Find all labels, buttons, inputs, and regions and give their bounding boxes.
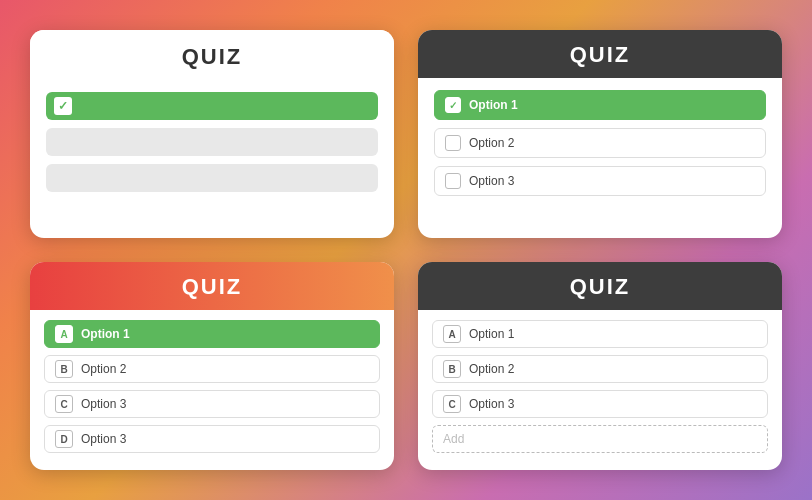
letter-badge-b: B xyxy=(55,360,73,378)
letter-badge-c2: C xyxy=(443,395,461,413)
card3-option-2[interactable]: B Option 2 xyxy=(44,355,380,383)
checkbox-unchecked-icon-2 xyxy=(445,173,461,189)
letter-badge-a2: A xyxy=(443,325,461,343)
quiz-card-2: QUIZ ✓ Option 1 Option 2 Option 3 xyxy=(418,30,782,238)
card4-header: QUIZ xyxy=(418,262,782,310)
checkbox-checked-icon: ✓ xyxy=(445,97,461,113)
letter-badge-c: C xyxy=(55,395,73,413)
card4-title: QUIZ xyxy=(434,274,766,300)
card4-add-row[interactable]: Add xyxy=(432,425,768,453)
card4-add-label: Add xyxy=(443,432,464,446)
letter-badge-a: A xyxy=(55,325,73,343)
card2-option1-label: Option 1 xyxy=(469,98,518,112)
card2-title: QUIZ xyxy=(434,42,766,68)
card3-option2-label: Option 2 xyxy=(81,362,126,376)
card1-header: QUIZ xyxy=(30,30,394,80)
card4-option-1[interactable]: A Option 1 xyxy=(432,320,768,348)
card4-option3-label: Option 3 xyxy=(469,397,514,411)
card4-option2-label: Option 2 xyxy=(469,362,514,376)
quiz-card-3: QUIZ A Option 1 B Option 2 C Option 3 D … xyxy=(30,262,394,470)
card2-option2-label: Option 2 xyxy=(469,136,514,150)
checkbox-unchecked-icon-1 xyxy=(445,135,461,151)
card1-option-2[interactable] xyxy=(46,128,378,156)
card4-option1-label: Option 1 xyxy=(469,327,514,341)
card2-body: ✓ Option 1 Option 2 Option 3 xyxy=(418,78,782,238)
card3-option1-label: Option 1 xyxy=(81,327,130,341)
quiz-grid: QUIZ ✓ QUIZ ✓ Option 1 Option 2 O xyxy=(0,0,812,500)
card4-body: A Option 1 B Option 2 C Option 3 Add xyxy=(418,310,782,470)
card4-option-2[interactable]: B Option 2 xyxy=(432,355,768,383)
card4-option-3[interactable]: C Option 3 xyxy=(432,390,768,418)
quiz-card-4: QUIZ A Option 1 B Option 2 C Option 3 Ad… xyxy=(418,262,782,470)
card3-option3-label: Option 3 xyxy=(81,397,126,411)
card2-header: QUIZ xyxy=(418,30,782,78)
quiz-card-1: QUIZ ✓ xyxy=(30,30,394,238)
card3-option-1[interactable]: A Option 1 xyxy=(44,320,380,348)
card1-option-1[interactable]: ✓ xyxy=(46,92,378,120)
card1-body: ✓ xyxy=(30,80,394,208)
card1-option-3[interactable] xyxy=(46,164,378,192)
card3-option4-label: Option 3 xyxy=(81,432,126,446)
card3-body: A Option 1 B Option 2 C Option 3 D Optio… xyxy=(30,310,394,470)
checkmark-icon: ✓ xyxy=(54,97,72,115)
card3-header: QUIZ xyxy=(30,262,394,310)
card3-option-3[interactable]: C Option 3 xyxy=(44,390,380,418)
card2-option3-label: Option 3 xyxy=(469,174,514,188)
card3-option-4[interactable]: D Option 3 xyxy=(44,425,380,453)
letter-badge-d: D xyxy=(55,430,73,448)
card2-option-3[interactable]: Option 3 xyxy=(434,166,766,196)
letter-badge-b2: B xyxy=(443,360,461,378)
card2-option-2[interactable]: Option 2 xyxy=(434,128,766,158)
card1-title: QUIZ xyxy=(46,44,378,70)
card2-option-1[interactable]: ✓ Option 1 xyxy=(434,90,766,120)
card3-title: QUIZ xyxy=(46,274,378,300)
